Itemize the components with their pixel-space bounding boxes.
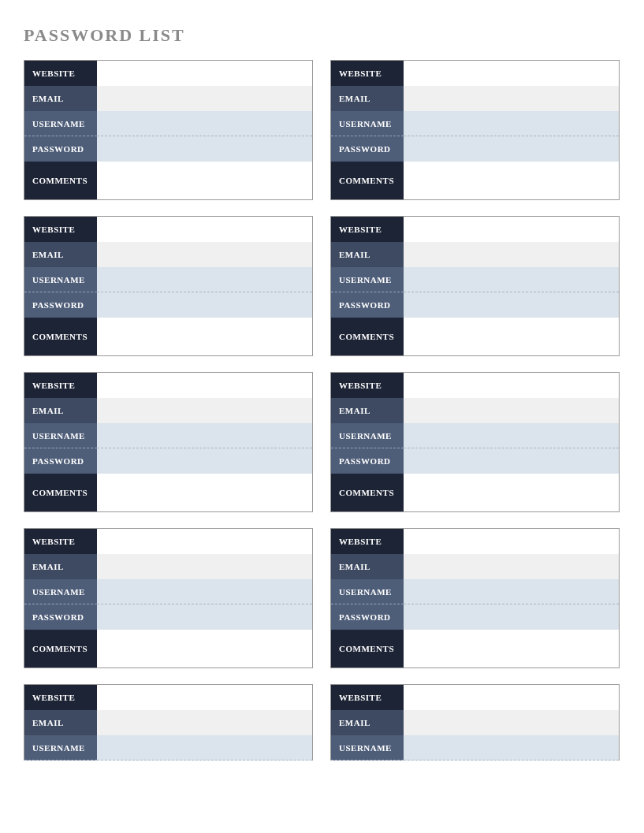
- page-title: PASSWORD LIST: [24, 25, 620, 46]
- value-comments[interactable]: [97, 630, 312, 668]
- value-comments[interactable]: [404, 630, 619, 668]
- label-comments: COMMENTS: [331, 162, 404, 199]
- label-comments: COMMENTS: [24, 162, 97, 199]
- value-comments[interactable]: [404, 474, 619, 511]
- label-website: WEBSITE: [24, 373, 97, 398]
- value-username[interactable]: [97, 267, 312, 292]
- label-email: EMAIL: [24, 242, 97, 267]
- label-password: PASSWORD: [24, 604, 97, 630]
- value-website[interactable]: [404, 217, 619, 242]
- label-website: WEBSITE: [24, 529, 97, 554]
- value-username[interactable]: [404, 423, 619, 448]
- password-card: WEBSITE EMAIL USERNAME: [24, 684, 313, 760]
- value-website[interactable]: [404, 685, 619, 710]
- value-email[interactable]: [97, 554, 312, 579]
- password-card-grid: WEBSITE EMAIL USERNAME PASSWORD COMMENTS…: [24, 60, 620, 760]
- password-card: WEBSITE EMAIL USERNAME PASSWORD COMMENTS: [330, 372, 620, 512]
- label-comments: COMMENTS: [24, 630, 97, 668]
- value-email[interactable]: [404, 86, 619, 111]
- label-website: WEBSITE: [331, 217, 404, 242]
- value-username[interactable]: [404, 267, 619, 292]
- password-card: WEBSITE EMAIL USERNAME PASSWORD COMMENTS: [24, 372, 313, 512]
- label-comments: COMMENTS: [331, 474, 404, 511]
- label-password: PASSWORD: [331, 604, 404, 630]
- value-email[interactable]: [404, 398, 619, 423]
- label-username: USERNAME: [24, 579, 97, 604]
- value-email[interactable]: [404, 242, 619, 267]
- value-password[interactable]: [404, 292, 619, 318]
- label-password: PASSWORD: [24, 136, 97, 162]
- password-card: WEBSITE EMAIL USERNAME: [330, 684, 620, 760]
- value-email[interactable]: [404, 710, 619, 735]
- value-username[interactable]: [97, 735, 312, 760]
- value-comments[interactable]: [97, 162, 312, 199]
- label-username: USERNAME: [24, 735, 97, 760]
- value-email[interactable]: [404, 554, 619, 579]
- label-email: EMAIL: [24, 554, 97, 579]
- label-username: USERNAME: [24, 111, 97, 136]
- label-website: WEBSITE: [331, 685, 404, 710]
- value-comments[interactable]: [404, 318, 619, 355]
- value-password[interactable]: [404, 448, 619, 474]
- value-comments[interactable]: [97, 474, 312, 511]
- value-username[interactable]: [404, 579, 619, 604]
- value-website[interactable]: [97, 373, 312, 398]
- label-email: EMAIL: [331, 242, 404, 267]
- label-website: WEBSITE: [24, 61, 97, 86]
- value-comments[interactable]: [404, 162, 619, 199]
- label-website: WEBSITE: [331, 61, 404, 86]
- value-website[interactable]: [404, 373, 619, 398]
- value-password[interactable]: [97, 292, 312, 318]
- label-password: PASSWORD: [331, 448, 404, 474]
- label-comments: COMMENTS: [331, 318, 404, 355]
- label-website: WEBSITE: [24, 217, 97, 242]
- value-password[interactable]: [404, 604, 619, 630]
- password-card: WEBSITE EMAIL USERNAME PASSWORD COMMENTS: [24, 60, 313, 200]
- value-website[interactable]: [97, 217, 312, 242]
- label-email: EMAIL: [331, 86, 404, 111]
- value-website[interactable]: [404, 61, 619, 86]
- label-password: PASSWORD: [331, 292, 404, 318]
- value-website[interactable]: [97, 529, 312, 554]
- label-username: USERNAME: [331, 735, 404, 760]
- label-email: EMAIL: [24, 710, 97, 735]
- value-password[interactable]: [97, 448, 312, 474]
- value-email[interactable]: [97, 242, 312, 267]
- label-comments: COMMENTS: [24, 474, 97, 511]
- value-comments[interactable]: [97, 318, 312, 355]
- value-password[interactable]: [404, 136, 619, 162]
- value-username[interactable]: [404, 111, 619, 136]
- label-password: PASSWORD: [331, 136, 404, 162]
- label-comments: COMMENTS: [331, 630, 404, 668]
- label-website: WEBSITE: [331, 529, 404, 554]
- label-username: USERNAME: [331, 579, 404, 604]
- value-username[interactable]: [97, 111, 312, 136]
- label-password: PASSWORD: [24, 292, 97, 318]
- password-card: WEBSITE EMAIL USERNAME PASSWORD COMMENTS: [330, 528, 620, 668]
- label-email: EMAIL: [331, 554, 404, 579]
- value-email[interactable]: [97, 86, 312, 111]
- value-website[interactable]: [97, 685, 312, 710]
- value-password[interactable]: [97, 136, 312, 162]
- label-website: WEBSITE: [331, 373, 404, 398]
- label-username: USERNAME: [24, 423, 97, 448]
- label-website: WEBSITE: [24, 685, 97, 710]
- value-email[interactable]: [97, 710, 312, 735]
- password-card: WEBSITE EMAIL USERNAME PASSWORD COMMENTS: [330, 216, 620, 356]
- value-username[interactable]: [97, 423, 312, 448]
- value-username[interactable]: [404, 735, 619, 760]
- password-card: WEBSITE EMAIL USERNAME PASSWORD COMMENTS: [330, 60, 620, 200]
- label-email: EMAIL: [331, 398, 404, 423]
- value-password[interactable]: [97, 604, 312, 630]
- value-username[interactable]: [97, 579, 312, 604]
- label-username: USERNAME: [24, 267, 97, 292]
- value-email[interactable]: [97, 398, 312, 423]
- label-email: EMAIL: [331, 710, 404, 735]
- password-card: WEBSITE EMAIL USERNAME PASSWORD COMMENTS: [24, 216, 313, 356]
- label-comments: COMMENTS: [24, 318, 97, 355]
- label-username: USERNAME: [331, 423, 404, 448]
- value-website[interactable]: [404, 529, 619, 554]
- value-website[interactable]: [97, 61, 312, 86]
- label-username: USERNAME: [331, 111, 404, 136]
- password-card: WEBSITE EMAIL USERNAME PASSWORD COMMENTS: [24, 528, 313, 668]
